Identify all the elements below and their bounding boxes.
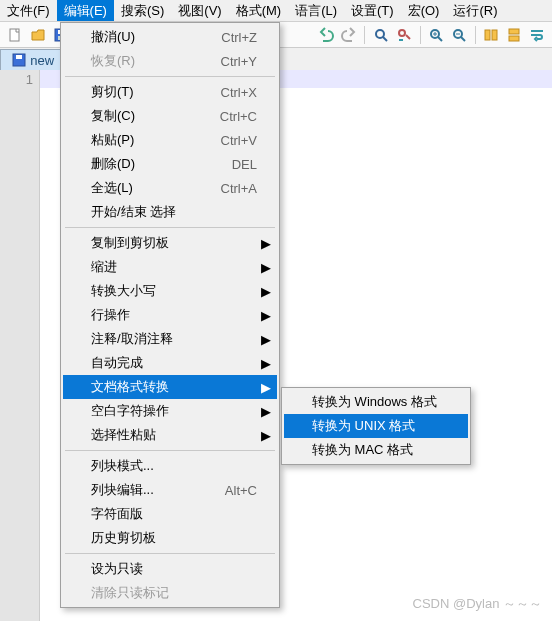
- menu-char-panel[interactable]: 字符面版: [63, 502, 277, 526]
- menu-separator: [65, 450, 275, 451]
- edit-dropdown: 撤消(U)Ctrl+Z 恢复(R)Ctrl+Y 剪切(T)Ctrl+X 复制(C…: [60, 22, 280, 608]
- menu-convert-case[interactable]: 转换大小写▶: [63, 279, 277, 303]
- chevron-right-icon: ▶: [261, 356, 271, 371]
- watermark: CSDN @Dylan ～～～: [413, 595, 543, 613]
- open-file-icon[interactable]: [27, 24, 48, 46]
- submenu-mac-format[interactable]: 转换为 MAC 格式: [284, 438, 468, 462]
- menu-eol-conversion[interactable]: 文档格式转换▶: [63, 375, 277, 399]
- svg-rect-17: [509, 36, 519, 41]
- menu-blank-ops[interactable]: 空白字符操作▶: [63, 399, 277, 423]
- menu-format[interactable]: 格式(M): [229, 0, 289, 21]
- menu-undo[interactable]: 撤消(U)Ctrl+Z: [63, 25, 277, 49]
- menu-indent[interactable]: 缩进▶: [63, 255, 277, 279]
- svg-line-8: [438, 37, 442, 41]
- submenu-unix-format[interactable]: 转换为 UNIX 格式: [284, 414, 468, 438]
- replace-icon[interactable]: [394, 24, 415, 46]
- redo-icon[interactable]: [338, 24, 359, 46]
- menu-separator: [65, 227, 275, 228]
- undo-icon[interactable]: [315, 24, 336, 46]
- menu-column-editor[interactable]: 列块编辑...Alt+C: [63, 478, 277, 502]
- chevron-right-icon: ▶: [261, 284, 271, 299]
- chevron-right-icon: ▶: [261, 308, 271, 323]
- chevron-right-icon: ▶: [261, 236, 271, 251]
- sync-v-icon[interactable]: [481, 24, 502, 46]
- menu-delete[interactable]: 删除(D)DEL: [63, 152, 277, 176]
- menu-redo[interactable]: 恢复(R)Ctrl+Y: [63, 49, 277, 73]
- svg-line-12: [461, 37, 465, 41]
- menu-language[interactable]: 语言(L): [288, 0, 344, 21]
- menu-comment[interactable]: 注释/取消注释▶: [63, 327, 277, 351]
- menu-separator: [65, 553, 275, 554]
- menu-file[interactable]: 文件(F): [0, 0, 57, 21]
- menu-clear-readonly[interactable]: 清除只读标记: [63, 581, 277, 605]
- wrap-icon[interactable]: [527, 24, 548, 46]
- menu-copy-to-clipboard[interactable]: 复制到剪切板▶: [63, 231, 277, 255]
- chevron-right-icon: ▶: [261, 404, 271, 419]
- menu-edit[interactable]: 编辑(E): [57, 0, 114, 21]
- menu-line-ops[interactable]: 行操作▶: [63, 303, 277, 327]
- chevron-right-icon: ▶: [261, 332, 271, 347]
- menu-autocomplete[interactable]: 自动完成▶: [63, 351, 277, 375]
- find-icon[interactable]: [370, 24, 391, 46]
- svg-rect-15: [492, 30, 497, 40]
- svg-line-5: [383, 37, 387, 41]
- menu-search[interactable]: 搜索(S): [114, 0, 171, 21]
- menu-settings[interactable]: 设置(T): [344, 0, 401, 21]
- chevron-right-icon: ▶: [261, 380, 271, 395]
- new-file-icon[interactable]: [4, 24, 25, 46]
- menu-clipboard-history[interactable]: 历史剪切板: [63, 526, 277, 550]
- svg-rect-16: [509, 29, 519, 34]
- menu-separator: [65, 76, 275, 77]
- toolbar-separator: [475, 26, 476, 44]
- sync-h-icon[interactable]: [504, 24, 525, 46]
- menu-set-readonly[interactable]: 设为只读: [63, 557, 277, 581]
- save-icon: [11, 52, 27, 68]
- menu-paste[interactable]: 粘贴(P)Ctrl+V: [63, 128, 277, 152]
- menubar: 文件(F) 编辑(E) 搜索(S) 视图(V) 格式(M) 语言(L) 设置(T…: [0, 0, 552, 22]
- toolbar-separator: [420, 26, 421, 44]
- tab-label: new: [30, 53, 54, 68]
- chevron-right-icon: ▶: [261, 428, 271, 443]
- menu-copy[interactable]: 复制(C)Ctrl+C: [63, 104, 277, 128]
- svg-rect-14: [485, 30, 490, 40]
- zoom-in-icon[interactable]: [426, 24, 447, 46]
- svg-point-4: [376, 30, 384, 38]
- toolbar-separator: [364, 26, 365, 44]
- menu-view[interactable]: 视图(V): [171, 0, 228, 21]
- submenu-windows-format[interactable]: 转换为 Windows 格式: [284, 390, 468, 414]
- svg-point-6: [399, 30, 405, 36]
- menu-run[interactable]: 运行(R): [446, 0, 504, 21]
- menu-column-mode[interactable]: 列块模式...: [63, 454, 277, 478]
- line-number: 1: [0, 72, 33, 87]
- chevron-right-icon: ▶: [261, 260, 271, 275]
- zoom-out-icon[interactable]: [449, 24, 470, 46]
- menu-begin-end-select[interactable]: 开始/结束 选择: [63, 200, 277, 224]
- menu-select-all[interactable]: 全选(L)Ctrl+A: [63, 176, 277, 200]
- menu-macro[interactable]: 宏(O): [401, 0, 447, 21]
- svg-rect-0: [10, 29, 19, 41]
- menu-paste-special[interactable]: 选择性粘贴▶: [63, 423, 277, 447]
- eol-submenu: 转换为 Windows 格式 转换为 UNIX 格式 转换为 MAC 格式: [281, 387, 471, 465]
- line-gutter: 1: [0, 70, 40, 621]
- menu-cut[interactable]: 剪切(T)Ctrl+X: [63, 80, 277, 104]
- svg-rect-19: [16, 55, 22, 59]
